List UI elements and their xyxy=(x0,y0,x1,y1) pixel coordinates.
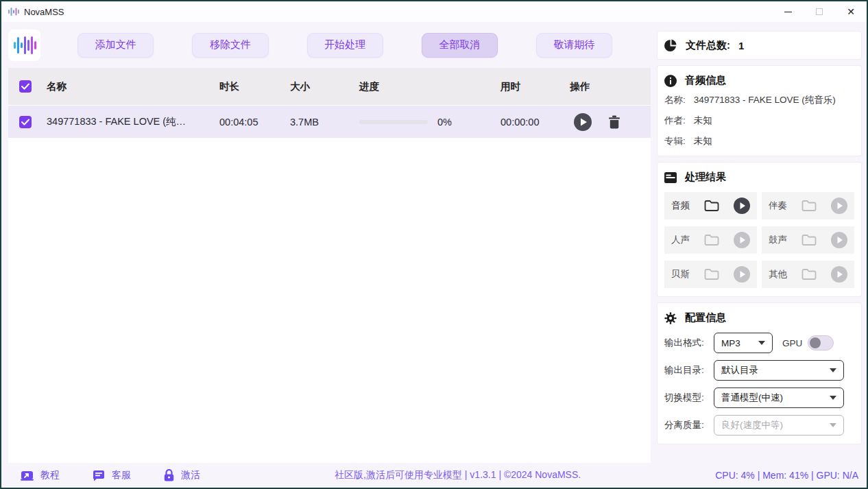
quality-row: 分离质量: 良好(速度中等) xyxy=(664,415,854,436)
app-window: NovaMSS ✕ xyxy=(0,0,868,489)
row-delete-button[interactable] xyxy=(608,115,620,129)
progress-bar xyxy=(359,120,428,124)
result-tile-drums: 鼓声 xyxy=(762,226,854,254)
open-folder-button[interactable] xyxy=(801,268,817,281)
play-result-button[interactable] xyxy=(831,266,847,283)
chevron-down-icon xyxy=(830,423,836,427)
chevron-down-icon xyxy=(758,341,765,345)
support-label: 客服 xyxy=(112,469,131,481)
tile-label: 伴奏 xyxy=(769,200,787,212)
table-header-row: 名称 时长 大小 进度 用时 操作 xyxy=(8,68,651,105)
play-icon xyxy=(831,198,847,214)
cell-file-name: 349771833 - FAKE LOVE (纯… xyxy=(47,115,219,128)
system-stats: CPU: 4% | Mem: 41% | GPU: N/A xyxy=(715,470,858,481)
result-tile-vocals: 人声 xyxy=(664,226,757,254)
config-card: 配置信息 输出格式: MP3 GPU xyxy=(658,303,861,444)
audio-info-artist-row: 作者: 未知 xyxy=(664,115,854,127)
open-folder-button[interactable] xyxy=(704,234,719,246)
col-header-duration: 时长 xyxy=(219,80,290,93)
folder-icon xyxy=(704,268,719,281)
row-play-button[interactable] xyxy=(574,113,592,131)
select-all-checkbox[interactable] xyxy=(19,80,32,93)
folder-icon xyxy=(704,234,719,246)
title-bar: NovaMSS ✕ xyxy=(1,1,867,22)
output-dir-label: 输出目录: xyxy=(664,364,714,377)
open-folder-button[interactable] xyxy=(704,200,719,212)
output-dir-value: 默认目录 xyxy=(721,364,824,377)
play-result-button[interactable] xyxy=(734,232,750,248)
col-header-actions: 操作 xyxy=(570,80,651,93)
play-icon xyxy=(734,232,750,248)
play-result-button[interactable] xyxy=(831,232,847,248)
result-tile-bass: 贝斯 xyxy=(664,261,757,288)
output-format-value: MP3 xyxy=(721,338,753,348)
content-area: 添加文件 移除文件 开始处理 全部取消 敬请期待 名称 时长 大小 进度 用时 … xyxy=(1,22,867,463)
field-label: 专辑: xyxy=(664,135,686,147)
coming-soon-button[interactable]: 敬请期待 xyxy=(536,33,612,58)
sidebar: 文件总数: 1 音频信息 名称: 349771833 - FAKE xyxy=(651,22,867,463)
play-result-button[interactable] xyxy=(831,198,847,214)
quality-value: 良好(速度中等) xyxy=(721,419,824,431)
cancel-all-button[interactable]: 全部取消 xyxy=(422,33,498,58)
output-dir-select[interactable]: 默认目录 xyxy=(714,360,844,381)
tile-label: 其他 xyxy=(769,268,787,281)
tutorial-link[interactable]: 教程 xyxy=(21,469,60,481)
field-value: 未知 xyxy=(694,135,712,147)
gpu-label: GPU xyxy=(782,338,802,348)
quality-label: 分离质量: xyxy=(664,419,714,431)
tile-label: 音频 xyxy=(671,200,690,212)
minimize-icon xyxy=(784,12,792,12)
play-result-button[interactable] xyxy=(734,266,750,283)
model-select[interactable]: 普通模型(中速) xyxy=(714,387,844,408)
output-format-select[interactable]: MP3 xyxy=(714,333,773,353)
results-card: 处理结果 音频 xyxy=(658,163,861,296)
waveform-mini-icon xyxy=(8,7,19,16)
activate-label: 激活 xyxy=(181,469,200,481)
open-folder-button[interactable] xyxy=(801,234,817,246)
results-header: 处理结果 xyxy=(664,171,854,184)
output-format-label: 输出格式: xyxy=(664,337,714,349)
progress-percent: 0% xyxy=(437,117,452,128)
cell-actions xyxy=(570,113,651,131)
file-count-value: 1 xyxy=(738,40,744,51)
config-header: 配置信息 xyxy=(664,311,854,324)
folder-icon xyxy=(801,200,817,212)
open-folder-button[interactable] xyxy=(801,200,817,212)
open-folder-button[interactable] xyxy=(704,268,719,281)
close-button[interactable]: ✕ xyxy=(835,1,867,22)
table-row: 349771833 - FAKE LOVE (纯… 00:04:05 3.7MB… xyxy=(8,106,651,138)
minimize-button[interactable] xyxy=(772,1,804,22)
model-label: 切换模型: xyxy=(664,392,714,404)
tutorial-label: 教程 xyxy=(40,469,60,481)
cell-progress: 0% xyxy=(359,117,501,128)
gpu-control: GPU xyxy=(782,335,834,350)
maximize-icon xyxy=(816,8,823,15)
activate-link[interactable]: 激活 xyxy=(164,469,200,481)
audio-info-card: 音频信息 名称: 349771833 - FAKE LOVE (纯音乐) 作者:… xyxy=(658,66,861,156)
tile-label: 鼓声 xyxy=(769,234,787,246)
folder-icon xyxy=(704,200,719,212)
edition-version-text: 社区版,激活后可使用专业模型 | v1.3.1 | ©2024 NovaMSS. xyxy=(200,469,715,481)
result-tile-other: 其他 xyxy=(762,261,854,288)
play-icon xyxy=(831,232,847,248)
audio-info-fields: 名称: 349771833 - FAKE LOVE (纯音乐) 作者: 未知 专… xyxy=(664,94,854,147)
row-checkbox[interactable] xyxy=(19,116,32,128)
folder-icon xyxy=(801,268,817,281)
config-title: 配置信息 xyxy=(685,311,726,324)
info-icon xyxy=(664,75,677,87)
window-controls: ✕ xyxy=(772,1,867,22)
chevron-down-icon xyxy=(830,368,836,372)
field-label: 作者: xyxy=(664,115,686,127)
results-title: 处理结果 xyxy=(685,171,726,184)
check-icon xyxy=(21,119,29,126)
maximize-button[interactable] xyxy=(804,1,835,22)
gpu-toggle[interactable] xyxy=(808,335,834,350)
start-processing-button[interactable]: 开始处理 xyxy=(307,33,383,58)
play-result-button[interactable] xyxy=(734,198,750,214)
remove-files-button[interactable]: 移除文件 xyxy=(192,33,268,58)
memo-icon xyxy=(664,172,677,183)
quality-select[interactable]: 良好(速度中等) xyxy=(714,415,844,436)
col-header-size: 大小 xyxy=(290,80,359,93)
add-files-button[interactable]: 添加文件 xyxy=(77,33,154,58)
support-link[interactable]: 客服 xyxy=(93,469,131,481)
